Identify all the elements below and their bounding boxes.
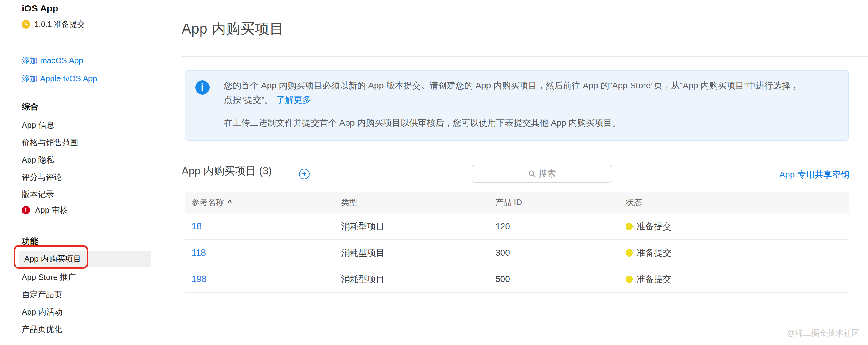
- sidebar-item-version-history[interactable]: 版本记录: [22, 189, 54, 200]
- version-history-label: 版本记录: [22, 189, 54, 200]
- sidebar-item-app-info[interactable]: App 信息: [22, 120, 55, 131]
- sidebar-item-custom-product-pages[interactable]: 自定产品页: [22, 289, 62, 300]
- app-review-label: App 审核: [35, 205, 68, 216]
- iap-name-link[interactable]: 198: [191, 274, 207, 284]
- app-title-label: iOS App: [22, 3, 58, 14]
- add-macos-label: 添加 macOS App: [22, 55, 83, 66]
- sidebar-section-general: 综合: [22, 101, 38, 112]
- section-title: App 内购买项目 (3): [182, 164, 272, 178]
- iap-type: 消耗型项目: [341, 220, 385, 232]
- search-placeholder: 搜索: [538, 168, 556, 180]
- product-page-optimization-label: 产品页优化: [22, 324, 62, 335]
- header-product-id-label: 产品 ID: [495, 197, 522, 208]
- sidebar-item-ratings[interactable]: 评分与评论: [22, 172, 62, 183]
- watermark: @稀土掘金技术社区: [787, 327, 860, 339]
- search-icon: [528, 170, 536, 178]
- in-app-events-label: App 内活动: [22, 307, 63, 317]
- iap-table: 参考名称 ^ 类型 产品 ID 状态 18 消耗型项目 120: [185, 192, 849, 292]
- app-privacy-label: App 隐私: [22, 154, 55, 165]
- annotation-highlight-box: [14, 245, 88, 269]
- sidebar-app-title: iOS App: [22, 3, 58, 14]
- sidebar-item-app-review[interactable]: ! App 审核: [22, 205, 68, 216]
- iap-product-id: 120: [495, 221, 510, 232]
- table-row: 118 消耗型项目 300 准备提交: [185, 240, 849, 266]
- iap-status: 准备提交: [637, 220, 672, 232]
- status-dot-icon: [626, 276, 633, 283]
- table-row: 198 消耗型项目 500 准备提交: [185, 266, 849, 292]
- iap-status: 准备提交: [637, 273, 672, 285]
- promotions-label: App Store 推广: [22, 272, 76, 283]
- header-status-label: 状态: [626, 197, 642, 208]
- info-banner-text: 您的首个 App 内购买项目必须以新的 App 版本提交。请创建您的 App 内…: [224, 78, 838, 130]
- banner-para2: 在上传二进制文件并提交首个 App 内购买项目以供审核后，您可以使用下表提交其他…: [224, 116, 838, 130]
- header-type: 类型: [341, 192, 357, 213]
- banner-line2: 点按“提交”。 了解更多: [224, 93, 838, 107]
- pricing-label: 价格与销售范围: [22, 137, 78, 148]
- search-input[interactable]: 搜索: [472, 165, 612, 183]
- header-type-label: 类型: [341, 197, 357, 208]
- status-dot-icon: [626, 249, 633, 256]
- custom-product-pages-label: 自定产品页: [22, 289, 62, 300]
- sidebar-link-add-tvos[interactable]: 添加 Apple tvOS App: [22, 73, 97, 84]
- sidebar-item-pricing[interactable]: 价格与销售范围: [22, 137, 78, 148]
- sidebar-item-product-page-optimization[interactable]: 产品页优化: [22, 324, 62, 335]
- iap-product-id: 500: [495, 274, 510, 284]
- iap-name-link[interactable]: 18: [191, 221, 202, 232]
- header-reference-name[interactable]: 参考名称 ^: [191, 192, 232, 213]
- info-icon: i: [195, 80, 210, 95]
- banner-line1: 您的首个 App 内购买项目必须以新的 App 版本提交。请创建您的 App 内…: [224, 78, 838, 93]
- app-store-connect-page: iOS App 1.0.1 准备提交 添加 macOS App 添加 Apple…: [0, 0, 868, 345]
- app-info-label: App 信息: [22, 120, 55, 131]
- info-banner: i 您的首个 App 内购买项目必须以新的 App 版本提交。请创建您的 App…: [185, 70, 849, 141]
- alert-icon: !: [22, 206, 30, 214]
- sidebar-item-in-app-events[interactable]: App 内活动: [22, 307, 63, 317]
- add-iap-button[interactable]: +: [299, 169, 310, 179]
- version-status-label: 1.0.1 准备提交: [34, 19, 85, 30]
- learn-more-link[interactable]: 了解更多: [276, 93, 311, 107]
- ratings-label: 评分与评论: [22, 172, 62, 183]
- header-product-id: 产品 ID: [495, 192, 522, 213]
- title-divider: [182, 56, 868, 57]
- iap-product-id: 300: [495, 248, 510, 258]
- sidebar-item-promotions[interactable]: App Store 推广: [22, 272, 76, 283]
- app-shared-secret-link[interactable]: App 专用共享密钥: [779, 169, 849, 180]
- banner-line2-text: 点按“提交”。: [224, 93, 273, 107]
- sidebar-link-add-macos[interactable]: 添加 macOS App: [22, 55, 83, 66]
- table-header-row: 参考名称 ^ 类型 产品 ID 状态: [185, 192, 849, 213]
- sort-asc-icon: ^: [227, 198, 232, 207]
- table-row: 18 消耗型项目 120 准备提交: [185, 213, 849, 240]
- header-status: 状态: [626, 192, 642, 213]
- iap-type: 消耗型项目: [341, 273, 385, 285]
- section-general-label: 综合: [22, 101, 38, 112]
- sidebar-version-status[interactable]: 1.0.1 准备提交: [22, 19, 85, 30]
- iap-type: 消耗型项目: [341, 247, 385, 259]
- header-reference-name-label: 参考名称: [191, 197, 224, 208]
- sidebar-item-app-privacy[interactable]: App 隐私: [22, 154, 55, 165]
- iap-name-link[interactable]: 118: [191, 248, 206, 258]
- clock-icon: [22, 20, 30, 29]
- iap-status: 准备提交: [637, 247, 672, 259]
- page-title: App 内购买项目: [182, 19, 284, 38]
- add-tvos-label: 添加 Apple tvOS App: [22, 73, 97, 84]
- status-dot-icon: [626, 223, 633, 230]
